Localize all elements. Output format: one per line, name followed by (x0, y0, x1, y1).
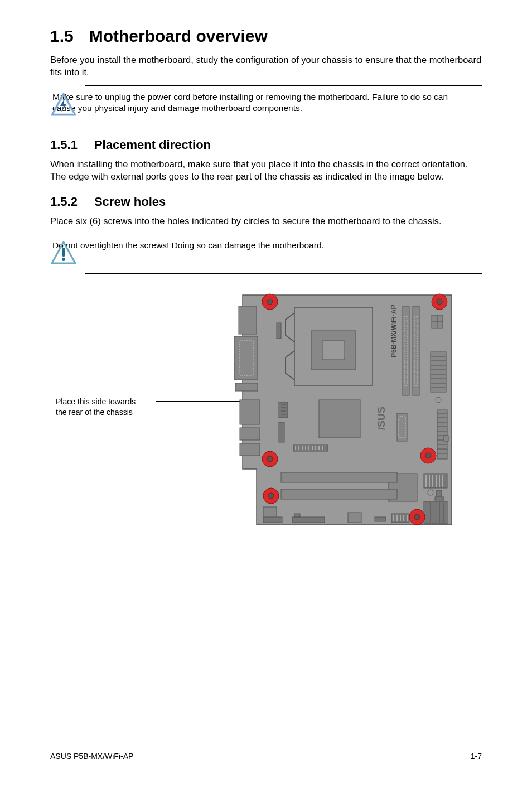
svg-rect-15 (277, 323, 281, 339)
svg-rect-89 (424, 501, 431, 524)
subsection-1-text: When installing the motherboard, make su… (50, 158, 482, 183)
svg-rect-66 (281, 472, 397, 482)
svg-rect-14 (322, 341, 345, 360)
svg-point-95 (267, 299, 273, 305)
section-heading: 1.5Motherboard overview (50, 27, 482, 46)
svg-point-105 (414, 514, 420, 520)
subsection-2-title: Screw holes (94, 195, 166, 209)
subsection-heading-1: 1.5.1Placement direction (50, 138, 482, 152)
warning-callout-danger: Make sure to unplug the power cord befor… (50, 85, 482, 125)
svg-rect-9 (240, 400, 260, 424)
svg-rect-71 (294, 514, 300, 517)
subsection-1-number: 1.5.1 (50, 138, 78, 152)
svg-rect-23 (431, 352, 446, 392)
svg-rect-90 (432, 501, 438, 524)
motherboard-svg: /SUS (223, 291, 463, 536)
footer-left: ASUS P5B-MX/WiFi-AP (50, 752, 133, 761)
subsection-heading-2: 1.5.2Screw holes (50, 195, 482, 209)
svg-point-97 (437, 299, 442, 305)
svg-rect-67 (281, 489, 397, 499)
section-title: Motherboard overview (89, 27, 268, 45)
subsection-2-text: Place six (6) screws into the holes indi… (50, 215, 482, 227)
svg-rect-45 (319, 400, 360, 438)
svg-rect-69 (263, 517, 282, 523)
svg-rect-44 (444, 436, 448, 441)
board-model-text: P5B-MX/WiFi-AP (390, 305, 398, 358)
svg-rect-73 (375, 517, 386, 521)
svg-rect-17 (413, 306, 419, 395)
svg-rect-33 (437, 410, 447, 459)
svg-rect-80 (424, 474, 447, 488)
svg-point-4 (62, 258, 65, 261)
svg-point-99 (267, 456, 273, 462)
svg-rect-72 (348, 513, 361, 523)
motherboard-diagram: Place this side towards the rear of the … (50, 291, 482, 558)
svg-rect-53 (293, 445, 328, 451)
subsection-1-title: Placement direction (94, 138, 211, 152)
caution-text: Do not overtighten the screws! Doing so … (50, 240, 335, 252)
svg-rect-3 (62, 248, 65, 257)
svg-point-101 (425, 453, 431, 458)
svg-rect-93 (435, 497, 444, 500)
svg-rect-10 (240, 428, 260, 440)
diagram-side-label: Place this side towards the rear of the … (56, 397, 136, 417)
subsection-2-number: 1.5.2 (50, 195, 78, 209)
section-intro: Before you install the motherboard, stud… (50, 54, 482, 79)
svg-point-103 (268, 493, 274, 499)
warning-text: Make sure to unplug the power cord befor… (50, 91, 482, 115)
svg-rect-70 (292, 517, 325, 523)
footer-right: 1-7 (471, 752, 482, 761)
warning-callout-caution: Do not overtighten the screws! Doing so … (50, 234, 482, 274)
svg-rect-5 (239, 306, 257, 334)
svg-rect-8 (235, 383, 258, 391)
svg-text:/SUS: /SUS (376, 407, 387, 430)
section-number: 1.5 (50, 27, 74, 46)
svg-rect-11 (240, 443, 260, 456)
svg-rect-6 (234, 336, 258, 380)
svg-rect-16 (403, 306, 409, 395)
svg-rect-52 (279, 422, 284, 442)
page-footer: ASUS P5B-MX/WiFi-AP 1-7 (50, 748, 482, 761)
